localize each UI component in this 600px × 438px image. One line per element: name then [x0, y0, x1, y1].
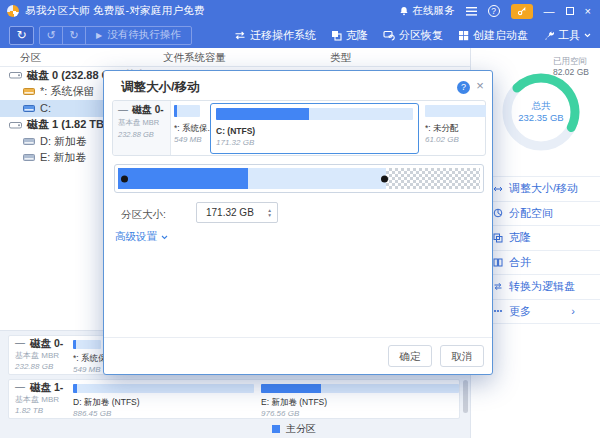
- partition-icon: [23, 153, 35, 162]
- disk-icon: [9, 120, 22, 130]
- action-label: 转换为逻辑盘: [509, 279, 575, 294]
- total-value: 232.35 GB: [518, 112, 563, 124]
- create-boot-disk-label: 创建启动盘: [473, 28, 528, 43]
- spin-down-icon[interactable]: ▾: [268, 213, 271, 218]
- history-group: ↺ ↻ ▶ 没有待执行操作: [39, 26, 192, 45]
- tree-row-label: E: 新加卷: [40, 150, 86, 165]
- collapse-icon[interactable]: —: [15, 338, 25, 348]
- chevron-down-icon: [161, 235, 168, 240]
- app-logo-icon: [7, 5, 19, 17]
- map-partition-sysreserved[interactable]: *: 系统保. 549 MB: [73, 340, 107, 374]
- slider-left-handle[interactable]: [121, 175, 128, 182]
- dialog-help-icon[interactable]: ?: [457, 81, 470, 94]
- refresh-button[interactable]: ↻: [9, 26, 34, 45]
- online-service-label: 在线服务: [413, 4, 455, 18]
- used-value: 82.02 GB: [553, 67, 589, 78]
- advanced-settings-label: 高级设置: [115, 230, 157, 244]
- map-partition-label: *: 系统保.: [73, 354, 107, 363]
- cancel-button[interactable]: 取消: [440, 345, 484, 367]
- partition-size-input[interactable]: 171.32 GB ▴ ▾: [196, 202, 278, 223]
- menu-icon[interactable]: [466, 7, 477, 16]
- partition-size-value: 171.32 GB: [197, 207, 268, 218]
- total-label: 总共: [532, 100, 551, 112]
- chevron-down-icon: [584, 33, 591, 38]
- resize-move-dialog: 调整大小/移动 ? × —磁盘 0- 基本盘 MBR 232.88 GB *: …: [103, 70, 493, 375]
- refresh-icon: ↻: [16, 28, 26, 42]
- slider-right-handle[interactable]: [381, 175, 388, 182]
- create-boot-disk-button[interactable]: 创建启动盘: [458, 28, 528, 43]
- dialog-title: 调整大小/移动: [121, 79, 199, 96]
- maximize-button[interactable]: [566, 7, 574, 15]
- dialog-disk-size: 232.88 GB: [118, 131, 170, 139]
- strip-partition-unallocated[interactable]: *: 未分配 61.02 GB: [425, 105, 486, 144]
- disk-size: 1.82 TB: [15, 407, 63, 415]
- size-spinner[interactable]: ▴ ▾: [268, 208, 277, 218]
- clone-icon: [331, 30, 342, 41]
- partition-recovery-button[interactable]: 分区恢复: [383, 28, 443, 43]
- dialog-disk-info: —磁盘 0- 基本盘 MBR 232.88 GB: [113, 101, 171, 155]
- column-partition[interactable]: 分区: [20, 51, 41, 65]
- ok-button[interactable]: 确定: [388, 345, 432, 367]
- disk-kind: 基本盘 MBR: [15, 352, 63, 360]
- merge-icon: [493, 258, 503, 267]
- disk1-info: —磁盘 1- 基本盘 MBR 1.82 TB: [15, 382, 63, 415]
- allocate-space-icon: [493, 208, 503, 218]
- clone-small-icon: [493, 233, 503, 243]
- partition-icon: [23, 87, 35, 96]
- strip-partition-label: *: 系统保...: [174, 124, 200, 133]
- online-service-button[interactable]: 在线服务: [399, 4, 455, 18]
- migrate-os-label: 迁移操作系统: [250, 28, 316, 43]
- legend-label: 主分区: [286, 422, 316, 436]
- strip-partition-c-selected[interactable]: C: (NTFS) 171.32 GB: [210, 103, 419, 154]
- undo-button[interactable]: ↺: [40, 27, 63, 44]
- map-partition-size: 886.45 GB: [73, 410, 254, 418]
- pending-operations-button[interactable]: ▶ 没有待执行操作: [86, 27, 191, 44]
- close-button[interactable]: ×: [585, 6, 591, 17]
- redo-button[interactable]: ↻: [63, 27, 86, 44]
- tools-menu-button[interactable]: 工具: [543, 28, 591, 43]
- disk-name: 磁盘 1-: [30, 382, 63, 393]
- strip-partition-sysreserved[interactable]: *: 系统保... 549 MB: [174, 105, 200, 144]
- recovery-icon: [383, 30, 395, 41]
- strip-partition-label: C: (NTFS): [216, 127, 413, 136]
- tree-row-label: C:: [40, 102, 51, 114]
- slider-free-segment: [248, 168, 386, 189]
- disk-icon: [9, 70, 22, 80]
- migrate-os-button[interactable]: 迁移操作系统: [234, 28, 316, 43]
- swap-arrows-icon: [234, 31, 246, 40]
- title-bar: 易我分区大师 免费版-对家庭用户免费 在线服务 ? — ×: [0, 0, 600, 22]
- collapse-icon: —: [118, 105, 128, 115]
- map-partition-e[interactable]: E: 新加卷 (NTFS) 976.56 GB: [261, 384, 459, 418]
- collapse-icon[interactable]: —: [15, 382, 25, 392]
- dialog-disk-strip: —磁盘 0- 基本盘 MBR 232.88 GB *: 系统保... 549 M…: [112, 100, 486, 156]
- column-capacity[interactable]: 容量: [205, 51, 226, 65]
- vertical-scrollbar[interactable]: [463, 380, 468, 413]
- map-partition-label: E: 新加卷 (NTFS): [261, 398, 459, 407]
- dialog-footer: 确定 取消: [104, 337, 492, 374]
- disk1-card[interactable]: —磁盘 1- 基本盘 MBR 1.82 TB D: 新加卷 (NTFS) 886…: [8, 379, 460, 419]
- advanced-settings-link[interactable]: 高级设置: [115, 230, 168, 244]
- resize-slider[interactable]: [114, 164, 484, 193]
- map-partition-d[interactable]: D: 新加卷 (NTFS) 886.45 GB: [73, 384, 254, 418]
- action-label: 合并: [509, 255, 531, 270]
- wrench-icon: [543, 30, 554, 41]
- strip-partition-size: 61.02 GB: [425, 136, 486, 144]
- column-filesystem[interactable]: 文件系统: [163, 51, 205, 65]
- column-type[interactable]: 类型: [330, 51, 351, 65]
- strip-partition-size: 549 MB: [174, 136, 200, 144]
- clone-label: 克隆: [346, 28, 368, 43]
- upgrade-key-button[interactable]: [511, 4, 533, 19]
- help-icon[interactable]: ?: [488, 5, 500, 17]
- action-label: 克隆: [509, 230, 531, 245]
- clone-button[interactable]: 克隆: [331, 28, 368, 43]
- dialog-close-button[interactable]: ×: [473, 78, 487, 93]
- action-label: 更多: [509, 304, 531, 319]
- key-icon: [517, 6, 527, 16]
- more-icon: [493, 306, 503, 316]
- map-partition-size: 549 MB: [73, 366, 107, 374]
- bell-icon: [399, 6, 409, 16]
- convert-icon: [493, 282, 503, 291]
- strip-partition-label: *: 未分配: [425, 124, 486, 133]
- disk-name: 磁盘 0-: [30, 338, 63, 349]
- minimize-button[interactable]: —: [544, 6, 555, 17]
